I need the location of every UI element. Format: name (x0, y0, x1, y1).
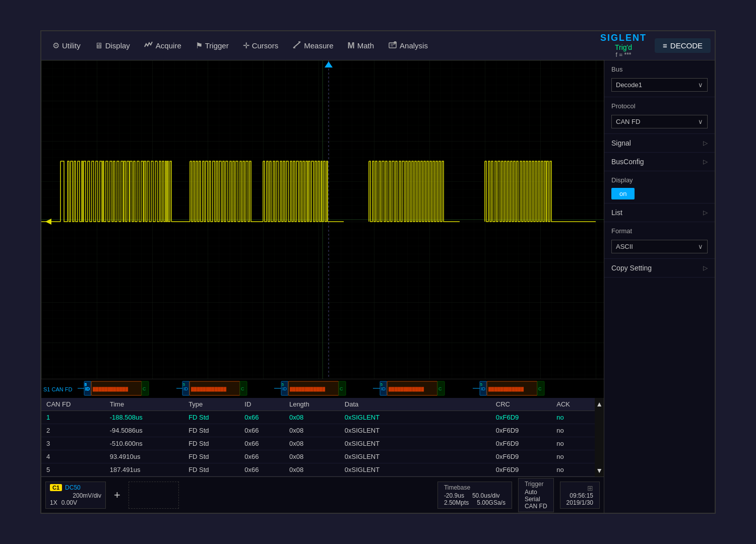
svg-text:C: C (538, 386, 542, 391)
table-cell: no (551, 424, 595, 437)
svg-text:5: 5 (381, 383, 383, 386)
bus-decode-svg: S1 CAN FD ID 5 ▓▓▓▓▓▓▓▓▓▓▓▓ C (41, 379, 604, 398)
math-icon: M (348, 41, 355, 51)
sidebar-bus-title: Bus (604, 60, 715, 75)
svg-text:▓▓▓▓▓▓▓▓▓▓▓▓: ▓▓▓▓▓▓▓▓▓▓▓▓ (290, 387, 325, 392)
table-cell: 0xSIGLENT (340, 463, 491, 477)
table-row[interactable]: 1-188.508usFD Std0x660x080xSIGLENT0xF6D9… (41, 411, 595, 424)
table-cell: 0x66 (239, 450, 284, 463)
svg-text:C: C (438, 386, 442, 391)
nav-acquire[interactable]: Acquire (137, 38, 188, 54)
status-bar: C1 DC50 200mV/div 1X 0.00V + Timebase -2… (41, 477, 604, 513)
table-cell: 0x08 (284, 437, 340, 450)
col-header-id: ID (239, 398, 284, 411)
table-cell: 0xF6D9 (491, 463, 551, 477)
sidebar-busconfig[interactable]: BusConfig ▷ (604, 153, 715, 171)
display-icon: 🖥 (95, 41, 103, 50)
table-row[interactable]: 493.4910usFD Std0x660x080xSIGLENT0xF6D9n… (41, 450, 595, 463)
nav-utility[interactable]: ⚙ Utility (45, 38, 88, 53)
table-cell: 1 (41, 411, 105, 424)
col-header-time: Time (105, 398, 183, 411)
signal-arrow-icon: ▷ (703, 140, 708, 147)
table-row[interactable]: 5187.491usFD Std0x660x080xSIGLENT0xF6D9n… (41, 463, 595, 477)
scroll-up-arrow[interactable]: ▲ (596, 400, 603, 408)
svg-text:ID: ID (481, 386, 486, 391)
nav-cursors[interactable]: ✛ Cursors (236, 38, 286, 53)
copy-setting-arrow-icon: ▷ (703, 264, 708, 271)
display-toggle-on[interactable]: on (611, 188, 635, 199)
table-cell: FD Std (183, 450, 239, 463)
table-row[interactable]: 3-510.600nsFD Std0x660x080xSIGLENT0xF6D9… (41, 437, 595, 450)
table-cell: 0xSIGLENT (340, 450, 491, 463)
table-cell: 2 (41, 424, 105, 437)
trigger-icon: ⚑ (196, 41, 203, 50)
table-cell: no (551, 411, 595, 424)
brand-area: SIGLENT Trig'd f = *** (600, 33, 647, 58)
table-scrollbar[interactable]: ▲ ▼ (595, 398, 604, 477)
nav-analysis[interactable]: Q Analysis (381, 38, 435, 54)
table-cell: 93.4910us (105, 450, 183, 463)
waveform-canvas[interactable] (41, 60, 604, 379)
sidebar-signal[interactable]: Signal ▷ (604, 134, 715, 153)
svg-text:5: 5 (183, 383, 185, 386)
ch1-badge: C1 (50, 484, 62, 491)
nav-display-label: Display (105, 41, 130, 50)
ch1-offset: 0.00V (61, 499, 77, 506)
measure-icon (292, 41, 301, 51)
ch1-coupling: DC50 (65, 484, 81, 491)
sidebar-copy-setting[interactable]: Copy Setting ▷ (604, 259, 715, 278)
sidebar-bus-dropdown[interactable]: Decode1 ∨ (604, 75, 715, 97)
bus-dropdown-arrow: ∨ (698, 81, 703, 89)
trigger-title: Trigger (525, 481, 547, 488)
trigger-mode: Auto (525, 489, 547, 496)
table-cell: -94.5086us (105, 424, 183, 437)
svg-text:5: 5 (85, 383, 87, 386)
bus-select[interactable]: Decode1 ∨ (611, 78, 708, 92)
table-cell: 0xSIGLENT (340, 437, 491, 450)
brand-status: Trig'd (615, 43, 632, 51)
decode-button[interactable]: ≡ DECODE (655, 38, 711, 53)
table-cell: FD Std (183, 437, 239, 450)
table-cell: no (551, 437, 595, 450)
table-cell: 0xSIGLENT (340, 411, 491, 424)
table-cell: 0x66 (239, 437, 284, 450)
table-row[interactable]: 2-94.5086usFD Std0x660x080xSIGLENT0xF6D9… (41, 424, 595, 437)
nav-display[interactable]: 🖥 Display (88, 38, 137, 53)
trigger-section: Trigger Auto Serial CAN FD (518, 478, 554, 512)
sidebar-list[interactable]: List ▷ (604, 203, 715, 222)
nav-acquire-label: Acquire (156, 41, 181, 50)
format-value: ASCII (616, 243, 633, 250)
table-cell: -188.508us (105, 411, 183, 424)
svg-text:5: 5 (282, 383, 284, 386)
sidebar-protocol-dropdown[interactable]: CAN FD ∨ (604, 112, 715, 134)
nav-math[interactable]: M Math (341, 38, 382, 54)
brand-freq: f = *** (616, 51, 632, 58)
col-header-length: Length (284, 398, 340, 411)
format-select[interactable]: ASCII ∨ (611, 240, 708, 253)
table-cell: FD Std (183, 424, 239, 437)
utility-icon: ⚙ (52, 41, 59, 50)
table-cell: 0x66 (239, 411, 284, 424)
protocol-select[interactable]: CAN FD ∨ (611, 115, 708, 128)
protocol-dropdown-arrow: ∨ (698, 118, 703, 125)
ch1-probe: 1X (50, 499, 57, 506)
display-toggle-row[interactable]: on (604, 186, 715, 203)
svg-text:C: C (340, 386, 343, 391)
data-table-wrapper: CAN FD Time Type ID Length Data CRC ACK (41, 398, 604, 477)
nav-trigger[interactable]: ⚑ Trigger (188, 38, 236, 53)
bus-decode-row: S1 CAN FD ID 5 ▓▓▓▓▓▓▓▓▓▓▓▓ C (41, 379, 604, 398)
scroll-down-arrow[interactable]: ▼ (596, 466, 603, 474)
timebase-sa: 5.00GSa/s (477, 499, 506, 506)
main-content: S1 CAN FD ID 5 ▓▓▓▓▓▓▓▓▓▓▓▓ C (41, 60, 715, 513)
trigger-proto: CAN FD (525, 503, 547, 510)
col-header-ack: ACK (551, 398, 595, 411)
busconfig-label: BusConfig (611, 158, 703, 166)
sidebar-format-dropdown[interactable]: ASCII ∨ (604, 237, 715, 259)
nav-measure[interactable]: Measure (285, 38, 340, 54)
ch1-label-row: C1 DC50 (50, 484, 101, 491)
analysis-icon: Q (388, 41, 397, 51)
copy-setting-label: Copy Setting (611, 264, 703, 272)
nav-measure-label: Measure (304, 41, 333, 50)
ch1-info: C1 DC50 200mV/div 1X 0.00V (45, 482, 106, 509)
decode-label: DECODE (670, 41, 703, 50)
